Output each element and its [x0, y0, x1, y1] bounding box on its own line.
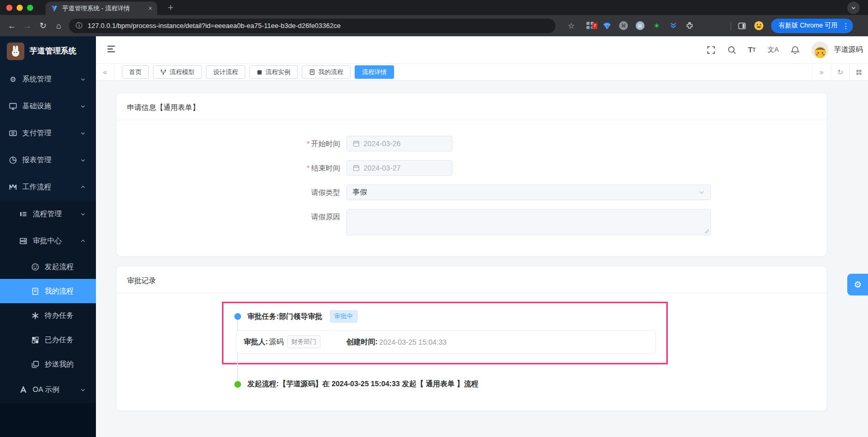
approval-record-body: 审批任务:部门领导审批 审批中 审批人: 源码 财务部门 创建时间: 2024-… — [117, 293, 827, 411]
new-tab-button[interactable]: + — [164, 2, 177, 14]
site-info-icon[interactable]: ⓘ — [76, 21, 82, 31]
layout-grid-button[interactable] — [849, 64, 868, 80]
gear-icon: ⚙ — [9, 75, 17, 83]
pending-task-icon — [31, 312, 39, 320]
tag-process-model[interactable]: 流程模型 — [153, 65, 202, 79]
sidebar-item-done-task[interactable]: 已办任务 — [0, 328, 96, 352]
language-button[interactable]: 文A — [767, 45, 779, 54]
tag-my-process[interactable]: 我的流程 — [302, 65, 351, 79]
extension-tampermonkey-button[interactable]: 7 — [582, 22, 598, 30]
settings-drawer-button[interactable]: ⚙ — [847, 274, 868, 295]
collapse-menu-button[interactable] — [106, 44, 116, 56]
tab-search-button[interactable] — [847, 2, 860, 14]
tag-process-instance[interactable]: 流程实例 — [249, 65, 298, 79]
sidebar-item-start-process[interactable]: 发起流程 — [0, 255, 96, 279]
smiley-icon — [31, 263, 39, 271]
close-window-button[interactable] — [6, 5, 12, 11]
home-button[interactable]: ⌂ — [51, 21, 66, 31]
browser-window: 芋道管理系统 - 流程详情 × + ← → ↻ ⌂ ⓘ 127.0.0.1/bp… — [0, 0, 868, 36]
side-panel-icon — [738, 22, 746, 30]
sidebar-item-payment[interactable]: 支付管理 — [0, 120, 96, 147]
profile-emoji-button[interactable] — [750, 21, 767, 31]
calendar-icon — [353, 164, 360, 172]
sidebar-item-infra[interactable]: 基础设施 — [0, 93, 96, 120]
leave-type-select[interactable]: 事假 — [346, 185, 711, 200]
minimize-window-button[interactable] — [17, 5, 23, 11]
sidebar-item-approval-center[interactable]: 审批中心 — [0, 228, 96, 255]
username[interactable]: 芋道源码 — [834, 45, 863, 54]
form-row-start-time: *开始时间 2024-03-26 — [117, 136, 827, 151]
status-badge: 审批中 — [330, 310, 358, 323]
traffic-lights — [0, 5, 33, 11]
chevron-down-icon — [851, 5, 856, 10]
timeline-start-row: 发起流程:【芋道源码】在 2024-03-25 15:04:33 发起【 通用表… — [222, 379, 668, 389]
sidebar-item-oa-demo[interactable]: OA 示例 — [0, 376, 96, 403]
sidebar-item-cc-me[interactable]: 抄送我的 — [0, 352, 96, 376]
forward-button[interactable]: → — [20, 21, 35, 31]
notification-button[interactable] — [791, 46, 800, 54]
font-size-button[interactable]: TT — [748, 46, 756, 54]
extension-cmd-button[interactable]: ⌘ — [615, 21, 632, 30]
bookmark-star-icon[interactable]: ☆ — [568, 21, 575, 31]
sidebar-item-system[interactable]: ⚙ 系统管理 — [0, 66, 96, 93]
tag-design-process[interactable]: 设计流程 — [206, 65, 245, 79]
extensions-menu-button[interactable] — [681, 22, 698, 30]
document-icon — [309, 69, 315, 75]
chevron-up-icon — [79, 185, 87, 190]
leave-reason-value[interactable] — [353, 209, 705, 235]
sidebar-item-report[interactable]: 报表管理 — [0, 147, 96, 174]
browser-tabstrip: 芋道管理系统 - 流程详情 × + — [0, 0, 868, 15]
sidebar-item-my-process[interactable]: 我的流程 — [0, 279, 96, 303]
end-time-input[interactable]: 2024-03-27 — [346, 160, 453, 176]
user-avatar[interactable] — [811, 41, 829, 59]
apply-info-form: *开始时间 2024-03-26 *结束时间 2024-03-27 — [117, 120, 827, 256]
approver-name: 源码 — [269, 337, 284, 347]
workflow-submenu: 流程管理 审批中心 发起流程 我的流程 待办任务 已办 — [0, 201, 96, 403]
url-bar[interactable]: ⓘ 127.0.0.1/bpm/process-instance/detail?… — [69, 19, 555, 33]
refresh-page-button[interactable]: ↻ — [831, 64, 849, 80]
form-row-leave-reason: 请假原因 — [117, 209, 827, 235]
leave-reason-textarea[interactable] — [346, 209, 711, 235]
highlighted-timeline-entry: 审批任务:部门领导审批 审批中 审批人: 源码 财务部门 创建时间: 2024-… — [222, 302, 668, 364]
site-favicon-icon — [50, 5, 58, 12]
end-time-value: 2024-03-27 — [363, 164, 401, 172]
payment-icon — [9, 129, 17, 137]
search-button[interactable] — [727, 46, 736, 54]
tag-process-detail[interactable]: 流程详情 — [355, 65, 394, 79]
sidebar-item-todo-task[interactable]: 待办任务 — [0, 303, 96, 328]
tag-home[interactable]: 首页 — [122, 65, 149, 79]
sidebar-item-process-mgmt[interactable]: 流程管理 — [0, 201, 96, 228]
fullscreen-button[interactable] — [707, 46, 716, 54]
done-task-icon — [31, 336, 39, 344]
start-time-input[interactable]: 2024-03-26 — [346, 136, 453, 151]
side-panel-button[interactable] — [734, 22, 750, 30]
extension-green-star-button[interactable]: ✶ — [648, 21, 665, 31]
start-process-text: 发起流程:【芋道源码】在 2024-03-25 15:04:33 发起【 通用表… — [247, 379, 479, 389]
chevron-down-icon — [79, 104, 87, 109]
sidebar-item-workflow[interactable]: 工作流程 — [0, 174, 96, 201]
chrome-update-label: 有新版 Chrome 可用 — [778, 21, 837, 30]
extension-chevrons-button[interactable] — [665, 22, 681, 30]
command-icon: ⌘ — [619, 21, 628, 30]
timeline-dot-start — [234, 381, 241, 388]
zoom-window-button[interactable] — [27, 5, 33, 11]
workflow-icon — [9, 183, 17, 191]
extension-gem-button[interactable] — [598, 22, 615, 30]
required-asterisk: * — [307, 164, 310, 172]
approval-timeline: 审批任务:部门领导审批 审批中 审批人: 源码 财务部门 创建时间: 2024-… — [222, 302, 668, 389]
browser-menu-icon[interactable]: ⋮ — [842, 22, 850, 30]
back-button[interactable]: ← — [4, 21, 20, 31]
reload-button[interactable]: ↻ — [35, 21, 51, 31]
tags-scroll-right-button[interactable]: » — [812, 64, 831, 80]
double-chevron-down-icon — [669, 22, 677, 30]
chevron-down-icon — [698, 189, 705, 195]
browser-tab[interactable]: 芋道管理系统 - 流程详情 × — [46, 2, 157, 15]
chrome-update-button[interactable]: 有新版 Chrome 可用 ⋮ — [771, 19, 853, 33]
tab-close-icon[interactable]: × — [148, 5, 152, 12]
extension-circle-button[interactable] — [632, 21, 648, 30]
bell-icon — [791, 46, 800, 54]
chevron-down-icon — [79, 158, 87, 163]
approval-record-card: 审批记录 审批任务:部门领导审批 审批中 审批人: 源码 — [117, 266, 827, 411]
chevron-down-icon — [79, 387, 87, 392]
tags-scroll-left-button[interactable]: « — [96, 64, 115, 80]
